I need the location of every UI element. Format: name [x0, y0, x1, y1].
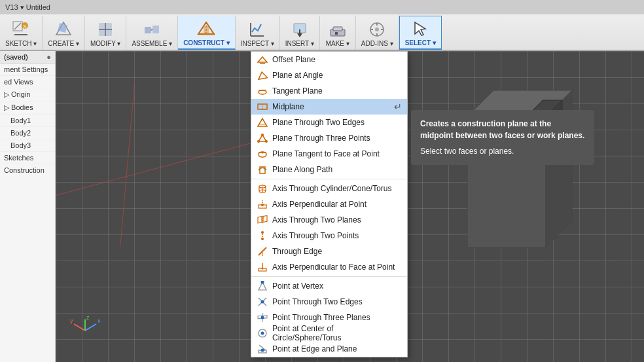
- assemble-icon: [141, 19, 162, 40]
- panel-body2[interactable]: Body2: [0, 127, 55, 139]
- select-icon: [410, 18, 431, 39]
- menu-item-axis-two-planes[interactable]: Axis Through Two Planes: [251, 212, 407, 228]
- menu-item-midplane[interactable]: Midplane ↵: [251, 99, 407, 115]
- panel-body3[interactable]: Body3: [0, 139, 55, 152]
- axis-two-planes-label: Axis Through Two Planes: [272, 215, 361, 225]
- menu-item-plane-tangent-face[interactable]: Plane Tangent to Face at Point: [251, 146, 407, 162]
- plane-three-points-label: Plane Through Three Points: [272, 134, 370, 143]
- tangent-plane-label: Tangent Plane: [272, 86, 323, 96]
- make-icon: [327, 19, 348, 40]
- point-two-edges-label: Point Through Two Edges: [272, 297, 363, 306]
- svg-point-56: [265, 140, 268, 143]
- plane-two-edges-label: Plane Through Two Edges: [272, 118, 365, 127]
- menu-item-point-three-planes[interactable]: Point Through Three Planes: [251, 310, 407, 325]
- axis-perp-point-icon: [257, 198, 268, 210]
- panel-views[interactable]: ed Views: [0, 76, 55, 88]
- plane-three-points-icon: [257, 132, 268, 144]
- plane-two-edges-icon: [257, 117, 268, 128]
- svg-point-47: [259, 90, 266, 94]
- svg-point-59: [262, 152, 264, 154]
- toolbar-inspect[interactable]: INSPECT ▾: [236, 16, 280, 50]
- menu-item-plane-along-path[interactable]: Plane Along Path: [251, 162, 407, 177]
- left-panel: (saved) ● ment Settings ed Views ▷ Origi…: [0, 51, 56, 362]
- axis-two-points-icon: [257, 230, 268, 242]
- menu-item-through-edge[interactable]: Through Edge: [251, 244, 407, 259]
- make-label: MAKE ▾: [326, 40, 349, 47]
- tangent-plane-icon: [257, 85, 268, 97]
- panel-saved-label: (saved): [4, 53, 28, 61]
- menu-item-offset-plane[interactable]: Offset Plane: [251, 52, 407, 67]
- tooltip-title: Creates a construction plane at the midp…: [420, 118, 585, 141]
- plane-tangent-face-icon: [257, 148, 268, 160]
- toolbar-modify[interactable]: MODIFY ▾: [85, 16, 126, 50]
- svg-rect-10: [145, 27, 151, 33]
- plane-angle-label: Plane at Angle: [272, 71, 323, 80]
- point-vertex-icon: [257, 280, 268, 292]
- svg-point-73: [261, 231, 264, 234]
- modify-icon: [95, 19, 116, 40]
- tooltip-subtitle: Select two faces or planes.: [420, 145, 585, 157]
- menu-item-axis-perp-point[interactable]: Axis Perpendicular at Point: [251, 196, 407, 212]
- plane-tangent-face-label: Plane Tangent to Face at Point: [272, 149, 380, 158]
- toolbar-addins[interactable]: ADD-INS ▾: [356, 16, 399, 50]
- axis-cylinder-label: Axis Through Cylinder/Cone/Torus: [272, 184, 392, 193]
- menu-item-axis-cylinder[interactable]: Axis Through Cylinder/Cone/Torus: [251, 181, 407, 196]
- axis-two-planes-icon: [257, 214, 268, 226]
- select-label: SELECT ▾: [405, 39, 436, 46]
- toolbar-make[interactable]: MAKE ▾: [320, 16, 356, 50]
- point-vertex-label: Point at Vertex: [272, 281, 323, 291]
- inspect-icon: [247, 19, 268, 40]
- toolbar-select[interactable]: SELECT ▾: [399, 16, 442, 50]
- toolbar-create[interactable]: CREATE ▾: [43, 16, 85, 50]
- menu-item-plane-angle[interactable]: Plane at Angle: [251, 67, 407, 83]
- menu-item-axis-perp-face[interactable]: Axis Perpendicular to Face at Point: [251, 259, 407, 275]
- svg-line-2: [14, 23, 21, 29]
- panel-sketches[interactable]: Sketches: [0, 152, 55, 164]
- svg-point-89: [261, 332, 264, 335]
- construct-dropdown: Offset Plane Plane at Angle Tangent Plan…: [251, 51, 408, 357]
- midplane-label: Midplane: [272, 102, 304, 111]
- toolbar-assemble[interactable]: ASSEMBLE ▾: [126, 16, 178, 50]
- panel-settings[interactable]: ment Settings: [0, 63, 55, 76]
- main-toolbar: S SKETCH ▾ CREATE ▾: [0, 14, 644, 51]
- svg-point-92: [261, 349, 264, 352]
- offset-plane-icon: [257, 54, 268, 65]
- menu-item-point-circle-center[interactable]: Point at Center of Circle/Sphere/Torus: [251, 325, 407, 341]
- menu-item-point-two-edges[interactable]: Point Through Two Edges: [251, 294, 407, 310]
- svg-rect-70: [263, 215, 267, 222]
- panel-construction[interactable]: Construction: [0, 164, 55, 176]
- panel-bodies[interactable]: ▷ Bodies: [0, 101, 55, 115]
- separator-2: [251, 276, 407, 277]
- svg-rect-6: [58, 23, 67, 33]
- sketch-icon: S: [10, 19, 31, 40]
- menu-item-tangent-plane[interactable]: Tangent Plane: [251, 83, 407, 99]
- plane-along-path-label: Plane Along Path: [272, 165, 332, 174]
- panel-origin[interactable]: ▷ Origin: [0, 88, 55, 101]
- svg-point-55: [261, 134, 264, 136]
- modify-label: MODIFY ▾: [90, 40, 120, 47]
- menu-item-axis-two-points[interactable]: Axis Through Two Points: [251, 228, 407, 244]
- svg-point-26: [375, 27, 379, 31]
- insert-label: INSERT ▾: [285, 40, 314, 47]
- create-icon: [53, 19, 74, 40]
- offset-plane-label: Offset Plane: [272, 55, 315, 64]
- svg-marker-31: [415, 22, 425, 35]
- toolbar-construct[interactable]: CONSTRUCT ▾: [178, 16, 236, 50]
- svg-marker-46: [257, 71, 268, 79]
- menu-item-point-vertex[interactable]: Point at Vertex: [251, 278, 407, 294]
- svg-rect-11: [152, 26, 159, 33]
- assemble-label: ASSEMBLE ▾: [132, 40, 172, 47]
- toolbar-insert[interactable]: INSERT ▾: [280, 16, 320, 50]
- axis-two-points-label: Axis Through Two Points: [272, 231, 359, 240]
- construct-label: CONSTRUCT ▾: [183, 39, 230, 46]
- inspect-label: INSPECT ▾: [241, 40, 274, 47]
- toolbar-sketch[interactable]: S SKETCH ▾: [0, 16, 43, 50]
- panel-body1[interactable]: Body1: [0, 115, 55, 127]
- svg-point-81: [261, 281, 264, 284]
- addins-icon: [367, 19, 387, 40]
- menu-item-point-edge-plane[interactable]: Point at Edge and Plane: [251, 341, 407, 357]
- svg-marker-21: [297, 33, 302, 37]
- menu-item-plane-three-points[interactable]: Plane Through Three Points: [251, 130, 407, 146]
- menu-item-plane-two-edges[interactable]: Plane Through Two Edges: [251, 115, 407, 130]
- axis-cylinder-icon: [257, 183, 268, 194]
